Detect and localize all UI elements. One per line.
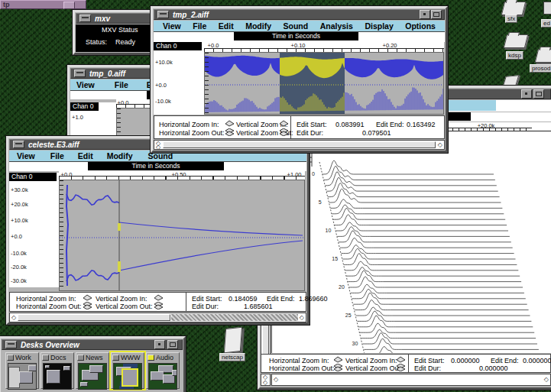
menu-view[interactable]: View: [163, 21, 181, 31]
zoom-out-icon[interactable]: [396, 364, 406, 371]
zoom-corner-icon: ◇: [263, 380, 267, 386]
scroll-left-icon[interactable]: ◇: [11, 315, 16, 321]
horizontal-scrollbar[interactable]: ◇ ◇: [271, 374, 551, 386]
window-fragment[interactable]: tp: [0, 0, 86, 9]
zoom-out-icon[interactable]: [154, 302, 164, 309]
desk-label: Docs: [50, 354, 66, 361]
desk-button[interactable]: [77, 355, 84, 361]
menu-file[interactable]: File: [193, 21, 206, 31]
iconify-button[interactable]: [521, 89, 532, 99]
desk-button[interactable]: [7, 355, 14, 361]
window-desks-overview[interactable]: Desks Overview Work Docs News: [0, 336, 186, 392]
menu-view[interactable]: View: [76, 80, 95, 89]
zoom-in-icon[interactable]: [396, 356, 406, 363]
menu-analysis[interactable]: Analysis: [320, 21, 353, 31]
menu-sound[interactable]: Sound: [284, 21, 309, 31]
celeste-waveform-area[interactable]: [59, 180, 305, 291]
desk-button-active[interactable]: [147, 355, 154, 361]
horizontal-scrollbar[interactable]: ◇ ◇ ◇: [154, 140, 445, 150]
scrollbar-thumb[interactable]: [18, 314, 170, 321]
desk-label: Work: [15, 354, 31, 361]
maximize-button[interactable]: [431, 10, 442, 19]
menu-options[interactable]: Options: [405, 21, 436, 31]
desk-button[interactable]: [42, 355, 49, 361]
desk-thumbnail[interactable]: [43, 363, 72, 390]
window-celeste-aiff[interactable]: celeste.E3.aiff View File Edit Modify So…: [6, 136, 310, 325]
menu-view[interactable]: View: [17, 151, 35, 160]
window-tmp2-aiff[interactable]: tmp_2.aiff View File Edit Modify Sound A…: [151, 6, 448, 153]
scrollbar-corner-widget[interactable]: ◇ ◇: [261, 374, 271, 386]
window-menu-icon[interactable]: [79, 15, 91, 22]
window-menu-icon[interactable]: [74, 70, 86, 77]
tmp2-waveform-area[interactable]: [204, 52, 444, 115]
menu-modify[interactable]: Modify: [245, 21, 271, 31]
scroll-corner-icon[interactable]: ◇: [156, 144, 160, 151]
tmp2-edit-row: Horizontal Zoom In: Vertical Zoom In: Ho…: [154, 115, 445, 139]
svg-text:5: 5: [319, 199, 322, 205]
icon-label-kdsp[interactable]: kdsp: [506, 51, 523, 60]
menu-file[interactable]: File: [50, 151, 64, 160]
scroll-right-icon[interactable]: ◇: [544, 377, 549, 383]
maximize-button[interactable]: [167, 340, 178, 349]
iconify-button[interactable]: [154, 340, 165, 349]
zoom-out-icon[interactable]: [279, 128, 289, 136]
icon-label-netscape[interactable]: netscap: [219, 353, 245, 361]
tmp2-titlebar[interactable]: tmp_2.aiff: [154, 9, 445, 20]
icon-label-prosod[interactable]: prosod: [530, 64, 551, 73]
desks-titlebar[interactable]: Desks Overview: [2, 339, 183, 350]
folder-icon[interactable]: [501, 2, 526, 15]
desk-thumbnail[interactable]: [8, 363, 37, 390]
window-menu-icon[interactable]: [5, 341, 17, 348]
window-menu-icon[interactable]: [13, 141, 24, 148]
zoom-out-icon[interactable]: [83, 302, 92, 309]
menu-display[interactable]: Display: [365, 21, 393, 31]
edit-end-label: Edit End:: [491, 357, 519, 364]
zoom-in-icon[interactable]: [225, 120, 235, 127]
zoom-out-icon[interactable]: [225, 128, 235, 136]
desk-thumbnail[interactable]: [148, 363, 177, 390]
mxv-status-value: Ready: [115, 38, 135, 46]
scrollbar-track[interactable]: [171, 314, 298, 321]
y-axis-label: -10.0k: [155, 98, 171, 105]
zoom-in-icon[interactable]: [279, 120, 289, 127]
svg-text:30: 30: [352, 341, 358, 346]
scroll-left-icon[interactable]: ◇: [274, 377, 278, 383]
desk-button[interactable]: [112, 355, 119, 361]
desk-cell-audio[interactable]: Audio: [146, 352, 180, 389]
desk-thumbnail[interactable]: [113, 363, 142, 390]
desk-cell-docs[interactable]: Docs: [41, 352, 74, 389]
zoom-in-icon[interactable]: [154, 294, 164, 301]
channel-label: Chan 0: [154, 42, 202, 50]
edit-start-label: Edit Start:: [414, 357, 445, 364]
edit-end-label: Edit End:: [267, 295, 295, 303]
zoom-in-icon[interactable]: [333, 356, 343, 363]
netscape-icon[interactable]: [224, 327, 242, 354]
scrollbar-thumb[interactable]: [163, 141, 436, 148]
menu-edit[interactable]: Edit: [78, 151, 93, 160]
horizontal-scrollbar[interactable]: ◇ ◇: [9, 313, 306, 322]
desk-label: Audio: [156, 354, 173, 361]
window-menu-icon[interactable]: [157, 11, 169, 18]
y-axis-label: +30.0k: [11, 186, 28, 193]
desk-cell-www[interactable]: WWW: [111, 352, 144, 389]
desk-cell-news[interactable]: News: [76, 352, 109, 389]
spectrum-plot-area[interactable]: 051015202530: [271, 131, 551, 353]
folder-icon[interactable]: [504, 34, 528, 48]
menu-modify[interactable]: Modify: [107, 151, 133, 160]
scroll-right-icon[interactable]: ◇: [300, 315, 304, 321]
iconify-button[interactable]: [420, 10, 430, 19]
icon-label-sfx[interactable]: sfx: [505, 15, 517, 23]
fragment-button[interactable]: [63, 2, 75, 9]
scroll-right-icon[interactable]: ◇: [438, 142, 442, 148]
icon-label-ed[interactable]: ed: [541, 19, 551, 28]
menu-file[interactable]: File: [115, 80, 128, 89]
zoom-in-icon[interactable]: [83, 294, 92, 301]
edit-end-value: 0.000000: [523, 357, 551, 364]
edge-icon-fragment[interactable]: [543, 2, 551, 15]
folder-icon[interactable]: [535, 49, 551, 63]
desk-thumbnail[interactable]: [78, 363, 107, 390]
menu-edit[interactable]: Edit: [219, 21, 234, 31]
zoom-out-icon[interactable]: [333, 364, 343, 371]
maximize-button[interactable]: [533, 89, 544, 99]
desk-cell-work[interactable]: Work: [5, 352, 39, 389]
